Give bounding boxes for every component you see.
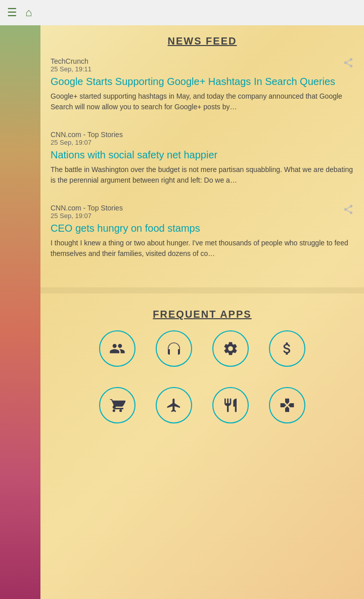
dollar-app-button[interactable]: [269, 330, 305, 367]
news-article-3: CNN.com - Top Stories 25 Sep, 19:07 CEO …: [51, 204, 354, 267]
news-feed-title: NEWS FEED: [51, 35, 354, 47]
settings-app-button[interactable]: [212, 330, 249, 367]
news-date-3: 25 Sep, 19:07: [51, 212, 354, 220]
share-icon-1[interactable]: [343, 57, 354, 71]
restaurant-app-button[interactable]: [212, 387, 249, 423]
news-source-2: CNN.com - Top Stories: [51, 131, 354, 139]
airplane-app-button[interactable]: [156, 387, 192, 423]
news-excerpt-1: Google+ started supporting hashtags in M…: [51, 91, 354, 112]
topbar: ☰ ⌂: [0, 0, 364, 25]
scroll-content: NEWS FEED TechCrunch 25 Sep, 19:11 Googl…: [40, 25, 364, 599]
news-source-3: CNN.com - Top Stories: [51, 204, 354, 212]
news-date-1: 25 Sep, 19:11: [51, 65, 354, 73]
section-divider: [40, 287, 364, 293]
news-feed-section: NEWS FEED TechCrunch 25 Sep, 19:11 Googl…: [40, 25, 364, 282]
news-excerpt-2: The battle in Washington over the budget…: [51, 164, 354, 186]
frequent-apps-title: FREQUENT APPS: [51, 309, 354, 320]
headphones-app-button[interactable]: [156, 330, 192, 367]
news-title-2[interactable]: Nations with social safety net happier: [51, 148, 354, 161]
menu-icon[interactable]: ☰: [7, 6, 17, 19]
frequent-apps-section: FREQUENT APPS: [40, 298, 364, 459]
sidebar: [0, 0, 40, 599]
news-excerpt-3: I thought I knew a thing or two about hu…: [51, 238, 354, 259]
people-app-button[interactable]: [99, 330, 135, 367]
news-title-3[interactable]: CEO gets hungry on food stamps: [51, 222, 354, 235]
news-date-2: 25 Sep, 19:07: [51, 139, 354, 146]
main-content: NEWS FEED TechCrunch 25 Sep, 19:11 Googl…: [40, 0, 364, 599]
home-icon[interactable]: ⌂: [25, 6, 32, 19]
news-source-1: TechCrunch: [51, 57, 354, 65]
share-icon-3[interactable]: [343, 204, 354, 218]
news-article-1: TechCrunch 25 Sep, 19:11 Google Starts S…: [51, 57, 354, 120]
news-article-2: CNN.com - Top Stories 25 Sep, 19:07 Nati…: [51, 131, 354, 194]
apps-row-1: [51, 330, 354, 367]
cart-app-button[interactable]: [99, 387, 135, 423]
news-title-1[interactable]: Google Starts Supporting Google+ Hashtag…: [51, 75, 354, 88]
gamepad-app-button[interactable]: [269, 387, 305, 423]
apps-row-2: [51, 387, 354, 423]
